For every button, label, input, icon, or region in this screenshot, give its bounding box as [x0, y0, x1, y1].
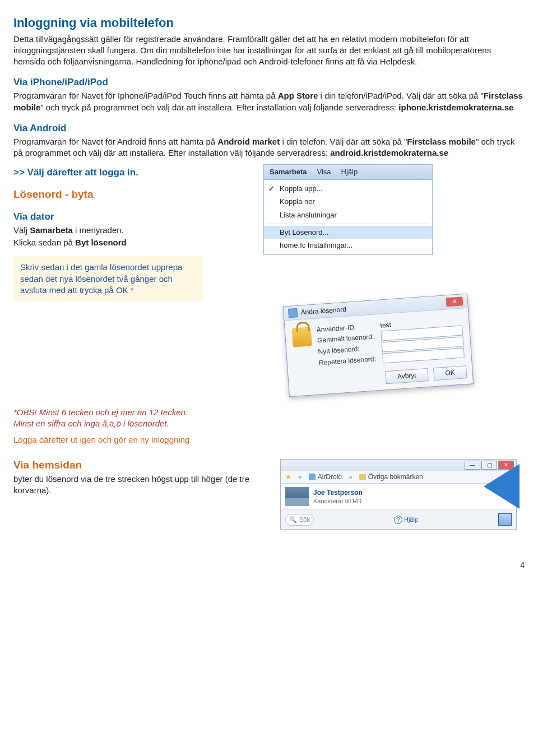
lock-icon [292, 327, 312, 347]
page-number: 4 [13, 560, 525, 571]
close-icon[interactable]: ✕ [446, 296, 463, 307]
bookmark-airdroid[interactable]: AirDroid [309, 472, 342, 481]
para-via-dator-2: Klicka sedan på Byt lösenord [13, 237, 254, 248]
change-password-dialog: Ändra lösenord ✕ Användar-ID: test Gamma… [283, 293, 474, 396]
ok-button[interactable]: OK [433, 365, 467, 380]
cancel-button[interactable]: Avbryt [385, 368, 428, 383]
tip-box: Skriv sedan i det gamla lösenordet uppre… [13, 256, 203, 302]
menu-item-koppla-ner[interactable]: Koppla ner [264, 195, 432, 208]
para-via-dator-1: Välj Samarbeta i menyraden. [13, 225, 254, 236]
heading-android: Via Android [13, 122, 525, 135]
minimize-icon[interactable]: — [465, 461, 480, 470]
heading-via-dator: Via dator [13, 211, 254, 224]
para-via-hemsidan: byter du lösenord via de tre strecken hö… [13, 474, 271, 497]
search-row: 🔍 Sök ?Hjälp [281, 510, 516, 529]
menu-item-lista[interactable]: Lista anslutningar [264, 208, 432, 222]
menu-tab-visa[interactable]: Visa [317, 167, 331, 177]
browser-window-controls: — ▢ ✕ [281, 460, 516, 471]
profile-subtitle: Kandiderar till RD [313, 497, 363, 505]
dialog-icon [288, 308, 298, 318]
value-user-id: test [380, 320, 391, 330]
arrow-indicator-icon [484, 464, 520, 509]
menu-tab-samarbeta[interactable]: Samarbeta [270, 167, 307, 177]
folder-icon [359, 474, 366, 480]
bookmarks-bar: ★ » AirDroid » Övriga bokmärken [281, 471, 516, 484]
menu-bar: Samarbeta Visa Hjälp [264, 165, 432, 180]
dialog-title-text: Ändra lösenord [300, 304, 346, 317]
menu-tab-hjalp[interactable]: Hjälp [341, 167, 358, 177]
obs-line-2: Minst en siffra och inga å,ä,ö i lösenor… [13, 418, 525, 429]
search-input[interactable]: 🔍 Sök [285, 514, 314, 526]
heading-password-change: Lösenord - byta [13, 187, 254, 202]
para-android: Programvaran för Navet för Android finns… [13, 136, 525, 159]
bookmark-ovriga[interactable]: Övriga bokmärken [359, 472, 423, 481]
profile-name: Joe Testperson [313, 488, 363, 497]
logout-note: Logga därefter ut igen och gör en ny inl… [13, 434, 525, 446]
heading-via-hemsidan: Via hemsidan [13, 458, 271, 472]
prompt-login: >> Välj därefter att logga in. [13, 166, 254, 179]
menu-list: Koppla upp... Koppla ner Lista anslutnin… [264, 180, 432, 254]
menu-item-byt-losenord[interactable]: Byt Lösenord... [264, 226, 432, 239]
heading-iphone: Via iPhone/iPad/iPod [13, 76, 525, 89]
help-icon: ? [394, 516, 402, 524]
profile-row: Joe Testperson Kandiderar till RD [281, 484, 516, 510]
heading-login-mobile: Inloggning via mobiltelefon [13, 15, 525, 31]
star-icon: ★ [285, 472, 291, 481]
expand-icon[interactable] [498, 513, 512, 526]
help-link[interactable]: ?Hjälp [394, 516, 418, 524]
menu-separator [267, 224, 429, 224]
menu-item-installningar[interactable]: home.fc Inställningar... [264, 239, 432, 252]
para-iphone: Programvaran för Navet för Iphone/iPad/i… [13, 90, 525, 113]
menu-item-koppla-upp[interactable]: Koppla upp... [264, 182, 432, 196]
samarbeta-menu-mock: Samarbeta Visa Hjälp Koppla upp... Koppl… [263, 164, 433, 254]
search-icon: 🔍 [289, 516, 297, 524]
para-login-mobile: Detta tillvägagångssätt gäller för regis… [13, 34, 525, 68]
browser-mock: — ▢ ✕ ★ » AirDroid » Övriga bokmärken [280, 459, 517, 530]
obs-line-1: *OBS! Minst 6 tecken och ej mer än 12 te… [13, 407, 525, 418]
bookmark-icon [309, 474, 316, 480]
avatar [285, 487, 309, 506]
